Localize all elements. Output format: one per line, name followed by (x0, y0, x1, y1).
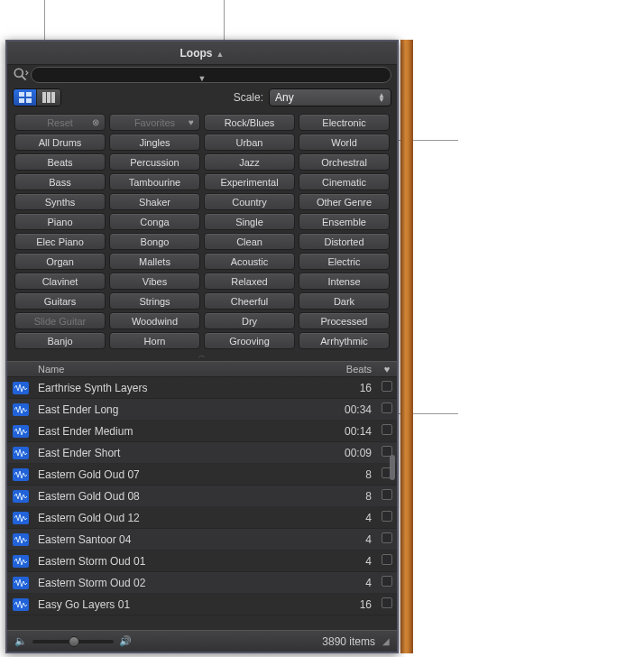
loop-row[interactable]: Eastern Gold Oud 088 (7, 486, 397, 507)
tag-vibes[interactable]: Vibes (109, 273, 200, 290)
tag-label: Urban (236, 137, 263, 148)
tag-single[interactable]: Single (204, 213, 295, 230)
tag-favorites[interactable]: Favorites♥ (109, 114, 200, 131)
tag-all-drums[interactable]: All Drums (14, 134, 106, 151)
tag-percussion[interactable]: Percussion (109, 153, 200, 171)
tag-clean[interactable]: Clean (204, 233, 295, 250)
tag-distorted[interactable]: Distorted (299, 233, 390, 250)
tag-cinematic[interactable]: Cinematic (299, 173, 390, 190)
callout-line (224, 0, 225, 45)
svg-line-1 (22, 76, 26, 80)
tag-beats[interactable]: Beats (14, 153, 106, 171)
view-button-grid[interactable] (14, 89, 37, 106)
tag-mallets[interactable]: Mallets (109, 253, 200, 270)
audio-wave-icon (13, 382, 29, 394)
favorite-checkbox[interactable] (382, 554, 392, 565)
audio-wave-icon (13, 555, 29, 568)
search-input[interactable] (31, 67, 391, 83)
tag-label: Processed (321, 316, 368, 327)
view-button-columns[interactable] (37, 89, 60, 106)
slider-thumb[interactable] (69, 636, 79, 647)
tag-label: Slide Guitar (34, 316, 86, 327)
favorite-checkbox[interactable] (382, 597, 392, 608)
loop-row[interactable]: Earthrise Synth Layers16 (7, 377, 397, 399)
favorite-checkbox[interactable] (382, 381, 392, 392)
loop-row[interactable]: Eastern Storm Oud 014 (7, 551, 397, 572)
loop-name: Eastern Gold Oud 08 (34, 490, 334, 503)
favorite-checkbox[interactable] (382, 424, 392, 435)
tag-arrhythmic[interactable]: Arrhythmic (299, 332, 390, 349)
audio-wave-icon (13, 533, 29, 546)
tag-guitars[interactable]: Guitars (14, 292, 106, 310)
col-beats-header[interactable]: Beats (334, 364, 377, 375)
tag-label: Dark (334, 296, 354, 307)
tag-intense[interactable]: Intense (299, 273, 390, 290)
tag-elec-piano[interactable]: Elec Piano (14, 233, 106, 250)
tag-banjo[interactable]: Banjo (14, 332, 106, 349)
col-name-header[interactable]: Name (34, 364, 334, 375)
tag-grooving[interactable]: Grooving (204, 332, 295, 349)
favorite-checkbox[interactable] (382, 467, 392, 478)
search-icon[interactable] (13, 68, 29, 82)
loop-browser-panel: Loops▲▼ Scale: Any ▲▼ Reset⊗Favorites♥Ro… (5, 40, 399, 653)
tag-label: Horn (144, 336, 166, 347)
tag-relaxed[interactable]: Relaxed (204, 273, 295, 290)
tag-horn[interactable]: Horn (109, 332, 200, 349)
tag-electric[interactable]: Electric (299, 253, 390, 270)
resize-grip-icon[interactable]: ◢ (382, 636, 390, 646)
tag-dry[interactable]: Dry (204, 312, 295, 329)
favorite-checkbox[interactable] (382, 403, 392, 413)
loop-row[interactable]: Easy Go Layers 0116 (7, 594, 397, 615)
tag-organ[interactable]: Organ (14, 253, 106, 270)
tag-experimental[interactable]: Experimental (204, 173, 295, 190)
tag-electronic[interactable]: Electronic (299, 114, 390, 131)
col-fav-header[interactable]: ♥ (377, 364, 397, 375)
tag-piano[interactable]: Piano (14, 213, 106, 230)
clear-icon: ⊗ (92, 117, 99, 127)
tag-bass[interactable]: Bass (14, 173, 106, 190)
tag-orchestral[interactable]: Orchestral (299, 153, 390, 171)
panel-header[interactable]: Loops▲▼ (7, 42, 397, 65)
tag-ensemble[interactable]: Ensemble (299, 213, 390, 230)
tag-clavinet[interactable]: Clavinet (14, 273, 106, 290)
tag-urban[interactable]: Urban (204, 134, 295, 151)
loop-row[interactable]: Eastern Storm Oud 024 (7, 572, 397, 594)
favorite-checkbox[interactable] (382, 446, 392, 457)
loop-row[interactable]: Eastern Gold Oud 124 (7, 507, 397, 529)
tag-jingles[interactable]: Jingles (109, 134, 200, 151)
panel-title: Loops (180, 47, 213, 60)
loop-row[interactable]: East Ender Medium00:14 (7, 421, 397, 442)
volume-slider[interactable] (32, 640, 114, 643)
tag-synths[interactable]: Synths (14, 193, 106, 210)
favorite-checkbox[interactable] (382, 532, 392, 543)
tag-jazz[interactable]: Jazz (204, 153, 295, 171)
tag-other-genre[interactable]: Other Genre (299, 193, 390, 210)
loop-row[interactable]: Eastern Santoor 044 (7, 529, 397, 551)
tag-woodwind[interactable]: Woodwind (109, 312, 200, 329)
tag-cheerful[interactable]: Cheerful (204, 292, 295, 310)
scale-select[interactable]: Any ▲▼ (269, 88, 391, 106)
tag-processed[interactable]: Processed (299, 312, 390, 329)
loop-row[interactable]: East Ender Long00:34 (7, 399, 397, 421)
tag-label: Orchestral (321, 157, 367, 168)
tag-rock-blues[interactable]: Rock/Blues (204, 114, 295, 131)
tag-slide-guitar[interactable]: Slide Guitar (14, 312, 106, 329)
tag-tambourine[interactable]: Tambourine (109, 173, 200, 190)
grip-handle[interactable]: ︿ (7, 352, 397, 361)
tag-acoustic[interactable]: Acoustic (204, 253, 295, 270)
tag-bongo[interactable]: Bongo (109, 233, 200, 250)
tag-strings[interactable]: Strings (109, 292, 200, 310)
favorite-checkbox[interactable] (382, 576, 392, 587)
tag-shaker[interactable]: Shaker (109, 193, 200, 210)
tag-conga[interactable]: Conga (109, 213, 200, 230)
loop-row[interactable]: East Ender Short00:09 (7, 442, 397, 464)
tag-world[interactable]: World (299, 134, 390, 151)
favorite-checkbox[interactable] (382, 511, 392, 522)
tag-dark[interactable]: Dark (299, 292, 390, 310)
loop-row[interactable]: Eastern Gold Oud 078 (7, 464, 397, 486)
tag-country[interactable]: Country (204, 193, 295, 210)
tag-label: Arrhythmic (320, 336, 368, 347)
tag-reset[interactable]: Reset⊗ (14, 114, 106, 131)
favorite-checkbox[interactable] (382, 489, 392, 500)
tag-label: Distorted (324, 236, 363, 247)
